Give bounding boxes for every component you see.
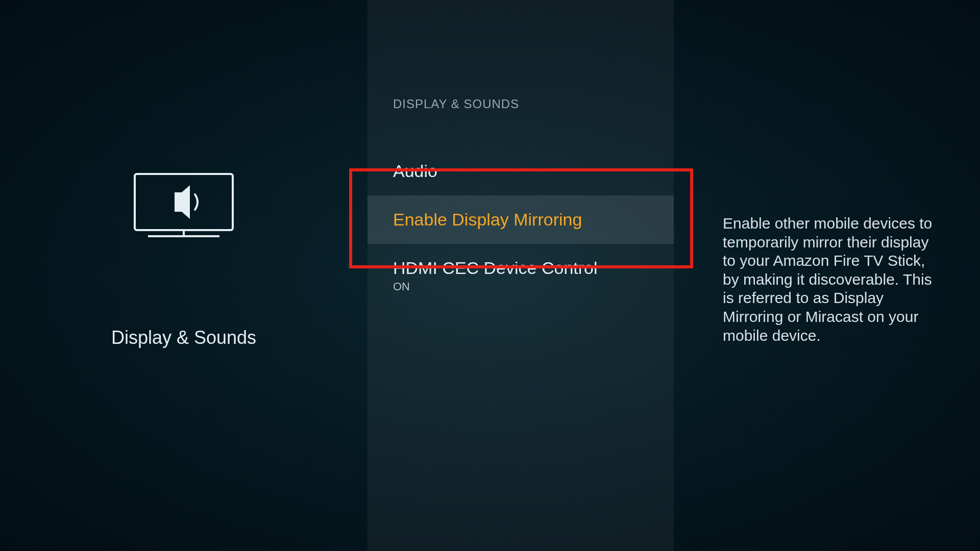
menu-item-label: HDMI CEC Device Control [393, 258, 648, 278]
category-panel: Display & Sounds [0, 0, 368, 551]
menu-item-enable-display-mirroring[interactable]: Enable Display Mirroring [368, 195, 674, 244]
tv-speaker-icon [133, 172, 235, 240]
section-header: DISPLAY & SOUNDS [368, 0, 674, 111]
category-title: Display & Sounds [111, 327, 256, 348]
display-sounds-icon [133, 172, 235, 240]
setting-description: Enable other mobile devices to temporari… [723, 214, 934, 345]
menu-item-label: Audio [393, 161, 648, 181]
description-panel: Enable other mobile devices to temporari… [674, 0, 980, 551]
menu-item-hdmi-cec-device-control[interactable]: HDMI CEC Device Control ON [368, 244, 674, 308]
menu-items-list: Audio Enable Display Mirroring HDMI CEC … [368, 147, 674, 308]
menu-item-audio[interactable]: Audio [368, 147, 674, 195]
menu-item-label: Enable Display Mirroring [393, 210, 648, 230]
settings-menu-column: DISPLAY & SOUNDS Audio Enable Display Mi… [368, 0, 674, 551]
menu-item-sublabel: ON [393, 280, 648, 293]
